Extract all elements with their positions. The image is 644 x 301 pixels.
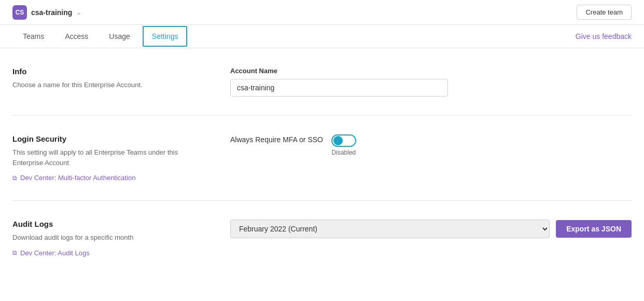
export-json-button[interactable]: Export as JSON (556, 220, 632, 238)
info-description: Choose a name for this Enterprise Accoun… (12, 80, 209, 90)
audit-logs-section: Audit Logs Download audit logs for a spe… (12, 201, 632, 276)
login-security-description: This setting will apply to all Enterpris… (12, 147, 209, 168)
info-title: Info (12, 67, 209, 76)
mfa-dev-center-label: Dev Center: Multi-factor Authentication (20, 174, 136, 182)
audit-dev-center-link[interactable]: ⧉ Dev Center: Audit Logs (12, 249, 209, 257)
mfa-toggle-row: Always Require MFA or SSO Disabled (230, 134, 632, 156)
account-name-input[interactable] (230, 79, 448, 97)
login-security-right: Always Require MFA or SSO Disabled (230, 134, 632, 182)
info-section: Info Choose a name for this Enterprise A… (12, 48, 632, 116)
mfa-toggle-wrapper: Disabled (331, 134, 356, 156)
info-section-left: Info Choose a name for this Enterprise A… (12, 67, 209, 97)
month-select[interactable]: February 2022 (Current) (230, 220, 550, 238)
chevron-down-icon: ⌄ (76, 9, 81, 16)
audit-logs-right: February 2022 (Current) Export as JSON (230, 220, 632, 257)
tab-usage[interactable]: Usage (99, 25, 140, 48)
header: CS csa-training ⌄ Create team (0, 0, 644, 25)
external-link-icon: ⧉ (12, 174, 17, 182)
avatar: CS (12, 5, 27, 20)
info-section-right: Account Name (230, 67, 632, 97)
main-content: Info Choose a name for this Enterprise A… (0, 48, 644, 276)
audit-logs-title: Audit Logs (12, 220, 209, 228)
audit-logs-left: Audit Logs Download audit logs for a spe… (12, 220, 209, 257)
audit-logs-description: Download audit logs for a specific month (12, 232, 209, 243)
login-security-title: Login Security (12, 134, 209, 143)
toggle-status: Disabled (332, 149, 356, 156)
audit-export-row: February 2022 (Current) Export as JSON (230, 220, 632, 238)
audit-external-link-icon: ⧉ (12, 249, 17, 256)
nav-tabs-list: Teams Access Usage Settings (12, 25, 189, 48)
tab-settings[interactable]: Settings (143, 26, 188, 47)
tab-access[interactable]: Access (54, 25, 99, 48)
create-team-button[interactable]: Create team (577, 5, 632, 20)
login-security-left: Login Security This setting will apply t… (12, 134, 209, 182)
header-left: CS csa-training ⌄ (12, 5, 81, 20)
audit-dev-center-label: Dev Center: Audit Logs (20, 249, 90, 257)
nav-tabs: Teams Access Usage Settings Give us feed… (0, 25, 644, 48)
mfa-toggle[interactable] (331, 134, 356, 147)
mfa-dev-center-link[interactable]: ⧉ Dev Center: Multi-factor Authenticatio… (12, 174, 209, 182)
org-name: csa-training (31, 8, 72, 17)
toggle-knob (333, 136, 343, 145)
tab-teams[interactable]: Teams (12, 25, 54, 48)
account-name-label: Account Name (230, 67, 632, 75)
login-security-section: Login Security This setting will apply t… (12, 116, 632, 201)
mfa-toggle-label: Always Require MFA or SSO (230, 134, 323, 145)
feedback-link[interactable]: Give us feedback (576, 32, 632, 40)
